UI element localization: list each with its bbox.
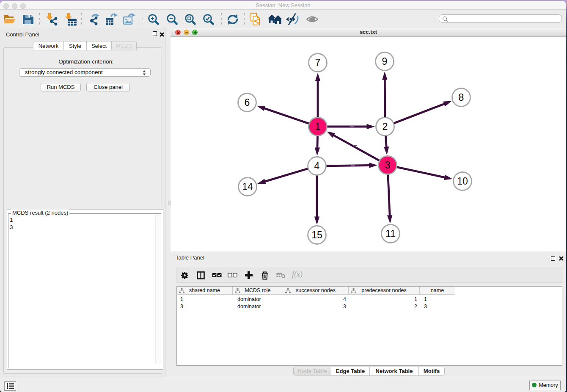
svg-text:8: 8 (459, 92, 464, 103)
svg-text:1: 1 (315, 121, 321, 132)
svg-text:3: 3 (385, 160, 391, 171)
svg-text:4: 4 (314, 160, 320, 171)
svg-text:15: 15 (311, 229, 322, 240)
svg-text:9: 9 (382, 56, 388, 67)
svg-text:6: 6 (245, 97, 250, 108)
svg-text:11: 11 (385, 228, 396, 239)
svg-text:14: 14 (242, 181, 253, 192)
svg-text:10: 10 (457, 176, 468, 187)
svg-text:7: 7 (315, 57, 321, 68)
svg-text:2: 2 (383, 121, 388, 132)
